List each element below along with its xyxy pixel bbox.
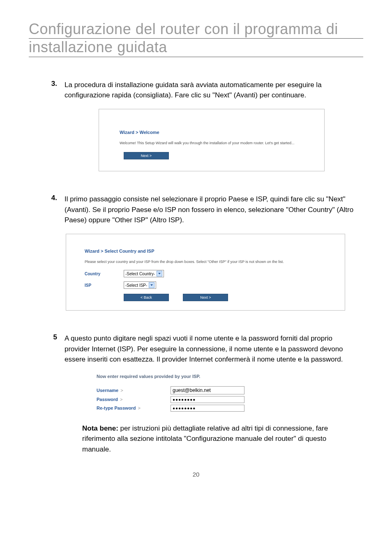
- step4-number: 4.: [47, 194, 65, 202]
- country-label: Country: [85, 272, 124, 276]
- isp-label: ISP: [85, 283, 124, 288]
- step3-number: 3.: [47, 80, 65, 88]
- screenshot-welcome: Wizard > Welcome Welcome! This Setup Wiz…: [99, 109, 325, 172]
- page-number: 20: [29, 471, 363, 478]
- retype-password-label: Re-type Password >: [97, 406, 171, 410]
- welcome-breadcrumb: Wizard > Welcome: [120, 130, 312, 135]
- chevron-down-icon: [149, 282, 154, 288]
- next-button[interactable]: Next >: [124, 152, 169, 159]
- step5-number: 5: [47, 333, 65, 341]
- screenshot-country-isp: Wizard > Select Country and ISP Please s…: [66, 234, 345, 311]
- screenshot-credentials: Now enter required values provided by yo…: [97, 374, 261, 412]
- step4-text: Il primo passaggio consiste nel selezion…: [65, 194, 363, 226]
- country-description: Please select your country and your ISP …: [85, 259, 332, 265]
- isp-select-value: -Select ISP-: [125, 283, 147, 288]
- credentials-title: Now enter required values provided by yo…: [97, 374, 261, 379]
- password-label: Password >: [97, 397, 171, 402]
- welcome-description: Welcome! This Setup Wizard will walk you…: [120, 141, 312, 146]
- country-select-value: -Select Country-: [125, 272, 155, 276]
- country-breadcrumb: Wizard > Select Country and ISP: [85, 249, 332, 253]
- isp-select[interactable]: -Select ISP-: [124, 281, 156, 289]
- username-input[interactable]: guest@belkin.net: [171, 386, 244, 394]
- page-title: Configurazione del router con il program…: [29, 21, 363, 57]
- step3-text: La procedura di installazione guidata sa…: [65, 80, 363, 101]
- country-select[interactable]: -Select Country-: [124, 270, 164, 277]
- next-button[interactable]: Next >: [183, 294, 228, 301]
- back-button[interactable]: < Back: [124, 294, 169, 301]
- username-label: Username >: [97, 388, 171, 393]
- page-title-line2: installazione guidata: [29, 39, 363, 57]
- password-input[interactable]: ●●●●●●●●: [171, 396, 244, 403]
- note-bold: Nota bene:: [82, 424, 118, 432]
- step5-text: A questo punto digitare negli spazi vuot…: [65, 333, 363, 365]
- chevron-down-icon: [157, 271, 162, 277]
- page-title-line1: Configurazione del router con il program…: [29, 21, 363, 39]
- note-text: Nota bene: per istruzioni più dettagliat…: [82, 423, 363, 455]
- note-rest: per istruzioni più dettagliate relative …: [82, 424, 328, 453]
- retype-password-input[interactable]: ●●●●●●●●: [171, 405, 244, 412]
